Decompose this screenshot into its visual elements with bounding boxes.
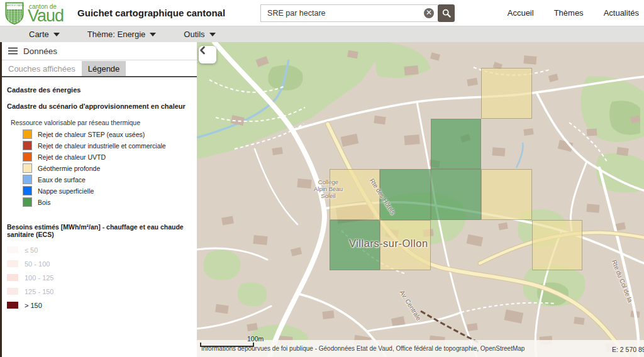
color-swatch [7, 260, 18, 267]
grid-square-yellow[interactable] [380, 220, 431, 271]
menu-theme[interactable]: Thème: Energie [87, 30, 157, 39]
nav-accueil[interactable]: Accueil [508, 8, 534, 18]
color-swatch [23, 163, 32, 173]
color-swatch [7, 288, 18, 295]
grid-square-green[interactable] [431, 169, 482, 220]
legend-section-title: Besoins estimés [MWh/m²/an] - chauffage … [7, 223, 192, 238]
legend-item: 50 - 100 [7, 260, 192, 268]
grid-square-yellow[interactable] [532, 220, 583, 271]
color-swatch [7, 246, 18, 253]
color-swatch [23, 141, 32, 150]
legend-item: 125 - 150 [7, 287, 192, 295]
list-icon [8, 47, 18, 55]
app-window: LIBERTÉ ET PATRIE canton de Vaud Guichet… [0, 0, 644, 357]
nav-actualites[interactable]: Actualités [604, 8, 639, 18]
header: LIBERTÉ ET PATRIE canton de Vaud Guichet… [0, 0, 644, 26]
color-swatch [23, 152, 32, 162]
top-navigation: Accueil Thèmes Actualités [508, 8, 640, 18]
nav-themes[interactable]: Thèmes [554, 8, 584, 18]
vaud-logo[interactable]: LIBERTÉ ET PATRIE canton de Vaud [5, 2, 64, 25]
color-swatch [23, 197, 32, 207]
grid-square-green[interactable] [380, 169, 431, 220]
clear-search-icon[interactable]: ✕ [424, 8, 434, 18]
color-swatch [23, 175, 32, 184]
chevron-down-icon [150, 33, 156, 36]
legend-item: Nappe superficielle [23, 186, 192, 195]
grid-square-yellow[interactable] [481, 68, 532, 119]
logo-big-text: Vaud [28, 8, 64, 25]
collapse-sidebar-button[interactable] [199, 46, 216, 63]
color-swatch [7, 274, 18, 281]
grid-square-yellow[interactable] [330, 169, 380, 220]
scale-label: 100m [247, 335, 264, 343]
legend-item: Eaux de surface [23, 175, 192, 184]
legend-item: Rejet de chaleur UVTD [23, 152, 192, 162]
legend-item: ≤ 50 [7, 246, 192, 254]
vaud-wordmark: canton de Vaud [28, 4, 64, 25]
vaud-shield-icon: LIBERTÉ ET PATRIE [5, 2, 24, 25]
menu-bar: Carte Thème: Energie Outils [0, 26, 644, 42]
legend-item: Rejet de chaleur industrielle et commerc… [23, 141, 192, 150]
menu-theme-label: Thème: Energie [87, 30, 146, 39]
legend-content: Cadastre des énergies Cadastre du scénar… [2, 77, 197, 309]
main-content: Données Couches affichées Légende Cadast… [0, 42, 644, 357]
legend-section-title: Cadastre des énergies [7, 86, 192, 94]
svg-text:LIBERTÉ ET PATRIE: LIBERTÉ ET PATRIE [5, 3, 24, 6]
legend-subtitle: Ressource valorisable par réseau thermiq… [11, 119, 192, 126]
coordinate-readout: E: 2 570 89 [612, 346, 644, 353]
tab-legende[interactable]: Légende [82, 61, 126, 76]
sidebar-panel: Données Couches affichées Légende Cadast… [0, 42, 197, 357]
legend-item: > 150 [7, 301, 192, 309]
chevron-down-icon [53, 33, 60, 36]
scale-bar [200, 343, 254, 347]
data-panel-header[interactable]: Données [2, 42, 197, 60]
menu-outils[interactable]: Outils [184, 30, 215, 39]
page-title: Guichet cartographique cantonal [77, 8, 225, 18]
legend-item: Bois [23, 197, 192, 207]
map-canvas[interactable]: Collège Alpin Beau Soleil Rte des Hôtels… [197, 42, 644, 357]
search-bar: ✕ [260, 4, 455, 22]
legend-item: 100 - 125 [7, 273, 192, 282]
color-swatch [7, 302, 18, 309]
legend-section-title: Cadastre du scénario d'approvisionnement… [7, 102, 192, 110]
map-footer: Informations dépourvues de foi publique … [197, 340, 644, 357]
legend-item: Rejet de chaleur STEP (eaux usées) [23, 129, 192, 139]
grid-square-yellow[interactable] [481, 169, 532, 220]
panel-title: Données [23, 47, 57, 56]
legend-item: Géothermie profonde [23, 163, 192, 173]
menu-outils-label: Outils [184, 30, 204, 39]
color-swatch [23, 129, 32, 139]
grid-square-green[interactable] [431, 119, 482, 170]
sidebar-tabs: Couches affichées Légende [2, 60, 197, 77]
search-button[interactable] [438, 4, 455, 22]
color-swatch [23, 186, 32, 195]
menu-carte-label: Carte [29, 30, 49, 39]
search-icon [442, 9, 451, 18]
tab-couches-affichees[interactable]: Couches affichées [2, 61, 82, 76]
chevron-left-icon [199, 46, 206, 55]
menu-carte[interactable]: Carte [29, 30, 60, 39]
search-input[interactable] [260, 4, 438, 22]
grid-square-green[interactable] [330, 220, 380, 271]
chevron-down-icon [209, 33, 216, 36]
